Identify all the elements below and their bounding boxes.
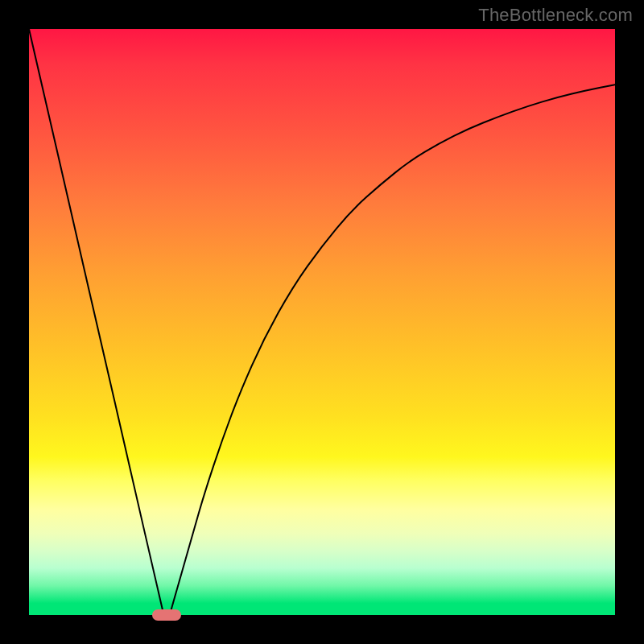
plot-area: [29, 29, 615, 615]
curve-right-segment: [170, 85, 615, 615]
min-marker: [152, 609, 181, 621]
curve-layer: [29, 29, 615, 615]
chart-frame: TheBottleneck.com: [0, 0, 644, 644]
curve-left-segment: [29, 29, 163, 615]
watermark-text: TheBottleneck.com: [478, 5, 633, 26]
